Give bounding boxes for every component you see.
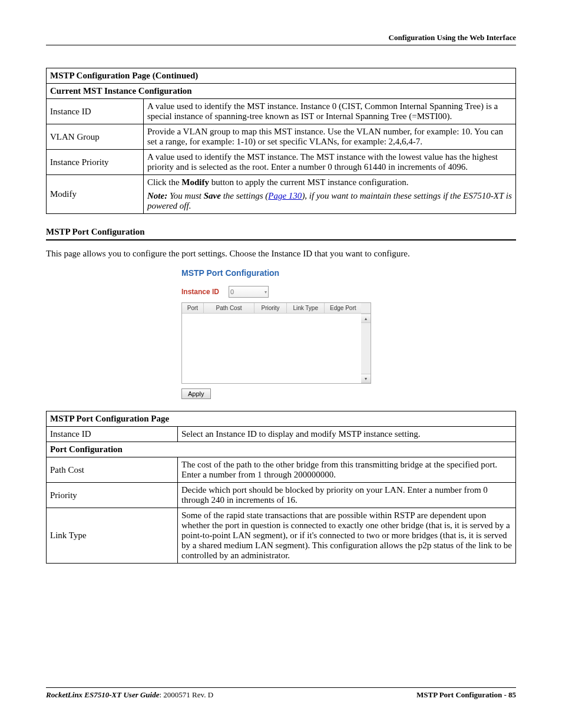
section-rule — [46, 239, 516, 241]
modify-line1-pre: Click the — [147, 177, 181, 187]
apply-button[interactable]: Apply — [181, 388, 211, 399]
mstp-port-config-ui: MSTP Port Configuration Instance ID 0 ▾ … — [181, 268, 381, 399]
table1-title: MSTP Configuration Page (Continued) — [47, 68, 516, 84]
t2-priority-label: Priority — [47, 483, 178, 508]
note-page-link[interactable]: Page 130 — [268, 191, 302, 200]
t2-link-type-desc: Some of the rapid state transactions tha… — [178, 508, 516, 564]
ui-instance-id-value: 0 — [230, 288, 234, 295]
footer-rule — [46, 687, 516, 688]
col-link-type: Link Type — [287, 303, 325, 314]
row-instance-priority-label: Instance Priority — [47, 150, 144, 175]
note-label: Note: — [147, 191, 167, 200]
chevron-down-icon: ▾ — [265, 289, 267, 295]
note-mid: the settings ( — [221, 191, 268, 200]
row-instance-priority-desc: A value used to identify the MST instanc… — [144, 150, 516, 175]
row-instance-id-desc: A value used to identify the MST instanc… — [144, 99, 516, 124]
page-header: Configuration Using the Web Interface — [46, 33, 516, 45]
row-modify-label: Modify — [47, 175, 144, 214]
footer-right: MSTP Port Configuration - 85 — [416, 690, 516, 700]
ui-title: MSTP Port Configuration — [181, 268, 381, 278]
row-vlan-group-desc: Provide a VLAN group to map this MST ins… — [144, 124, 516, 150]
t2-priority-desc: Decide which port should be blocked by p… — [178, 483, 516, 508]
modify-line1-strong: Modify — [181, 177, 209, 187]
note-save: Save — [204, 191, 221, 200]
modify-line1-post: button to apply the current MST instance… — [209, 177, 408, 187]
t2-instance-id-label: Instance ID — [47, 427, 178, 442]
footer-guide-name: RocketLinx ES7510-XT User Guide — [46, 690, 159, 699]
table2-title: MSTP Port Configuration Page — [47, 411, 516, 427]
header-rule — [46, 45, 516, 45]
row-vlan-group-label: VLAN Group — [47, 124, 144, 150]
ui-scrollbar[interactable]: ▴ ▾ — [361, 314, 371, 383]
ui-port-table: Port Path Cost Priority Link Type Edge P… — [181, 302, 371, 384]
mstp-port-config-heading: MSTP Port Configuration — [46, 227, 516, 237]
col-priority: Priority — [254, 303, 287, 314]
table2-section: Port Configuration — [47, 442, 516, 457]
col-port: Port — [182, 303, 204, 314]
t2-path-cost-desc: The cost of the path to the other bridge… — [178, 457, 516, 483]
col-edge-port: Edge Port — [325, 303, 361, 314]
page-footer: RocketLinx ES7510-XT User Guide: 2000571… — [46, 687, 516, 700]
row-instance-id-label: Instance ID — [47, 99, 144, 124]
row-modify-desc: Click the Modify button to apply the cur… — [144, 175, 516, 214]
t2-link-type-label: Link Type — [47, 508, 178, 564]
ui-instance-id-label: Instance ID — [181, 288, 219, 296]
t2-instance-id-desc: Select an Instance ID to display and mod… — [178, 427, 516, 442]
footer-left: RocketLinx ES7510-XT User Guide: 2000571… — [46, 690, 213, 700]
ui-instance-id-select[interactable]: 0 ▾ — [229, 286, 269, 298]
footer-rev: : 2000571 Rev. D — [159, 690, 213, 699]
section2-para: This page allows you to configure the po… — [46, 249, 516, 259]
table1-section: Current MST Instance Configuration — [47, 84, 516, 99]
ui-table-header: Port Path Cost Priority Link Type Edge P… — [182, 303, 371, 314]
mstp-port-config-table: MSTP Port Configuration Page Instance ID… — [46, 411, 516, 564]
ui-table-body — [182, 314, 361, 383]
t2-path-cost-label: Path Cost — [47, 457, 178, 483]
col-path-cost: Path Cost — [204, 303, 254, 314]
scroll-up-icon[interactable]: ▴ — [361, 314, 371, 323]
scrollbar-corner — [361, 303, 371, 314]
note-pre: You must — [167, 191, 204, 200]
mstp-config-table: MSTP Configuration Page (Continued) Curr… — [46, 68, 516, 214]
scroll-down-icon[interactable]: ▾ — [361, 374, 371, 383]
